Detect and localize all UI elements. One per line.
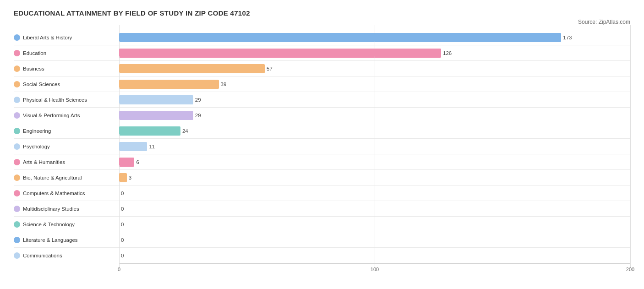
bar-track: 24 [119,126,630,136]
bar-track: 3 [119,173,630,182]
bar-label-text: Social Sciences [23,82,60,87]
bar-label-container: Bio, Nature & Agricultural [14,174,119,181]
bar-row: Bio, Nature & Agricultural3 [14,170,630,185]
bar-value-label: 0 [121,237,124,243]
chart-area: Liberal Arts & History173Education126Bus… [14,30,630,263]
bar-color-dot [14,252,20,259]
bar-fill [119,49,441,58]
bar-row: Psychology11 [14,139,630,154]
grid-line [630,25,631,50]
bar-track: 0 [119,204,630,213]
bar-label-text: Arts & Humanities [23,159,65,165]
bar-track: 126 [119,49,630,58]
grid-line [630,134,631,159]
bar-color-dot [14,174,20,181]
bar-value-label: 29 [195,113,201,118]
bar-label-container: Science & Technology [14,221,119,228]
grid-line [630,243,631,268]
bar-label-container: Psychology [14,143,119,150]
bar-color-dot [14,97,20,103]
bar-fill [119,80,219,89]
bar-label-container: Communications [14,252,119,259]
bar-row: Engineering24 [14,123,630,139]
bar-label-text: Education [23,50,46,56]
bar-label-text: Engineering [23,128,51,134]
bar-label-text: Science & Technology [23,222,75,227]
bar-value-label: 39 [221,82,227,87]
bar-label-container: Visual & Performing Arts [14,112,119,119]
bar-fill [119,95,193,104]
bar-label-container: Business [14,65,119,72]
bar-track: 6 [119,158,630,167]
bar-value-label: 0 [121,222,124,227]
bar-fill [119,126,180,136]
bar-value-label: 29 [195,97,201,103]
bar-color-dot [14,159,20,165]
grid-line [630,72,631,97]
bar-row: Communications0 [14,248,630,263]
bar-track: 39 [119,80,630,89]
grid-line [630,165,631,190]
grid-line [630,41,631,65]
bar-fill [119,173,127,182]
bar-label-text: Liberal Arts & History [23,35,72,40]
bar-color-dot [14,65,20,72]
bar-label-text: Literature & Languages [23,237,78,243]
bar-label-container: Engineering [14,128,119,134]
bar-label-text: Bio, Nature & Agricultural [23,175,82,180]
bar-row: Education126 [14,45,630,61]
bar-row: Multidisciplinary Studies0 [14,201,630,217]
bar-label-container: Liberal Arts & History [14,34,119,41]
bar-track: 173 [119,33,630,42]
bar-value-label: 0 [121,206,124,212]
bar-value-label: 0 [121,253,124,258]
bar-track: 29 [119,95,630,104]
bar-track: 0 [119,189,630,198]
bar-color-dot [14,112,20,119]
bar-row: Physical & Health Sciences29 [14,92,630,108]
bar-label-container: Multidisciplinary Studies [14,206,119,212]
bar-label-text: Visual & Performing Arts [23,113,80,118]
bar-label-text: Computers & Mathematics [23,191,85,196]
x-axis-line [119,263,630,264]
bar-fill [119,158,134,167]
bar-color-dot [14,206,20,212]
bar-label-container: Literature & Languages [14,237,119,243]
bar-row: Social Sciences39 [14,76,630,92]
bar-row: Arts & Humanities6 [14,154,630,170]
bar-track: 0 [119,235,630,245]
bar-color-dot [14,50,20,56]
bar-color-dot [14,81,20,87]
x-tick-label: 100 [371,267,379,272]
bar-row: Visual & Performing Arts29 [14,108,630,123]
bar-color-dot [14,237,20,243]
bar-value-label: 11 [149,144,155,149]
bar-label-container: Computers & Mathematics [14,190,119,196]
bar-value-label: 6 [136,159,139,165]
chart-title: EDUCATIONAL ATTAINMENT BY FIELD OF STUDY… [14,9,630,17]
x-tick-label: 200 [626,267,634,272]
grid-line [630,56,631,81]
bar-track: 29 [119,111,630,120]
bar-color-dot [14,143,20,150]
bar-fill [119,142,147,151]
grid-line [630,181,631,206]
bar-row: Science & Technology0 [14,217,630,232]
bar-label-text: Business [23,66,44,71]
bar-fill [119,111,193,120]
bar-fill [119,64,265,73]
bar-track: 0 [119,220,630,229]
bar-value-label: 126 [443,50,452,56]
bar-color-dot [14,34,20,41]
grid-line [630,87,631,112]
grid-line [630,196,631,221]
bar-label-text: Physical & Health Sciences [23,97,87,103]
bar-color-dot [14,221,20,228]
x-axis: 0100200 [119,267,630,276]
bar-value-label: 3 [129,175,131,180]
bar-row: Computers & Mathematics0 [14,185,630,201]
bar-color-dot [14,128,20,134]
bar-value-label: 173 [563,35,572,40]
bar-label-text: Multidisciplinary Studies [23,206,79,212]
bar-label-container: Social Sciences [14,81,119,87]
